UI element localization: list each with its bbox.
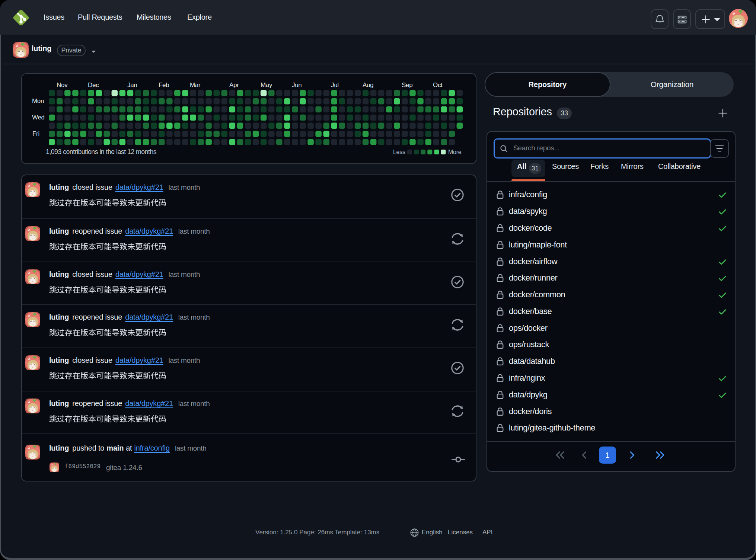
svg-text:Jan: Jan bbox=[127, 81, 137, 89]
svg-text:Apr: Apr bbox=[229, 81, 239, 89]
svg-text:Dec: Dec bbox=[88, 81, 99, 89]
svg-text:Oct: Oct bbox=[433, 81, 443, 89]
svg-text:Feb: Feb bbox=[159, 81, 169, 89]
svg-text:Mar: Mar bbox=[190, 81, 201, 89]
svg-text:Sep: Sep bbox=[402, 81, 412, 89]
svg-text:May: May bbox=[261, 81, 272, 89]
svg-text:Jul: Jul bbox=[331, 81, 339, 89]
svg-text:Fri: Fri bbox=[32, 130, 39, 137]
svg-text:Mon: Mon bbox=[32, 97, 44, 105]
svg-text:Nov: Nov bbox=[57, 81, 68, 89]
svg-text:Aug: Aug bbox=[363, 81, 373, 89]
svg-text:Jun: Jun bbox=[292, 81, 302, 89]
svg-text:Wed: Wed bbox=[32, 114, 45, 121]
